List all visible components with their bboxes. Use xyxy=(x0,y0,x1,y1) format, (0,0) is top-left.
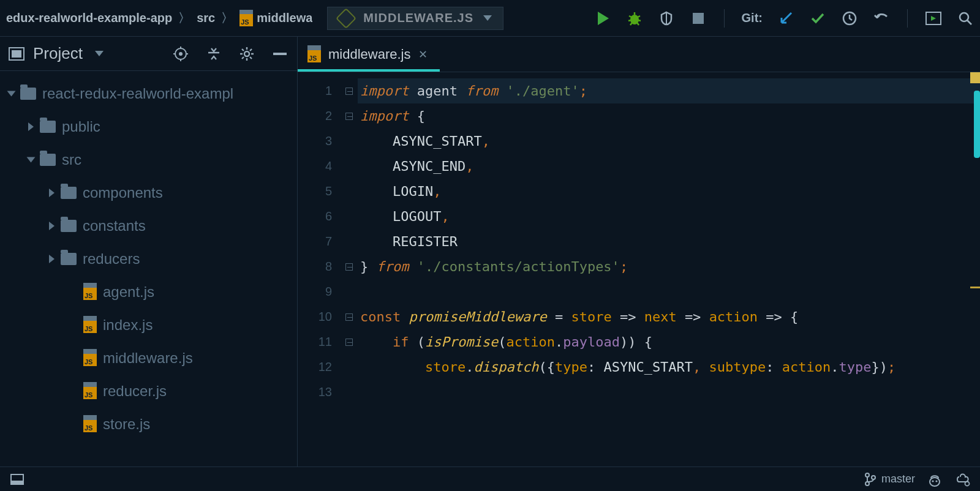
git-branch-widget[interactable]: master xyxy=(864,473,915,486)
chevron-right-icon[interactable] xyxy=(49,255,55,263)
chevron-down-icon[interactable] xyxy=(95,51,104,56)
fold-gutter[interactable] xyxy=(341,72,358,467)
tree-item[interactable]: constants xyxy=(4,209,297,242)
breadcrumb[interactable]: edux-realworld-example-app 〉 src 〉 JS mi… xyxy=(6,10,312,26)
fold-indicator[interactable] xyxy=(341,254,358,279)
code-line[interactable]: if (isPromise(action.payload)) { xyxy=(358,329,980,354)
analysis-warning-marker[interactable] xyxy=(970,72,980,83)
chevron-right-icon: 〉 xyxy=(219,10,236,26)
line-number[interactable]: 2 xyxy=(298,103,341,129)
fold-indicator[interactable] xyxy=(341,279,358,304)
warning-marker[interactable] xyxy=(970,287,980,288)
line-number[interactable]: 7 xyxy=(298,229,341,254)
undo-button[interactable] xyxy=(873,10,890,27)
inspector-widget[interactable] xyxy=(926,471,943,488)
chevron-down-icon[interactable] xyxy=(27,157,36,163)
code-line[interactable]: ASYNC_START, xyxy=(358,129,980,154)
project-header[interactable]: Project xyxy=(0,37,297,71)
collapse-all-button[interactable] xyxy=(205,45,222,62)
debug-button[interactable] xyxy=(626,10,643,27)
tree-item[interactable]: JSmiddleware.js xyxy=(4,342,297,375)
chevron-right-icon[interactable] xyxy=(28,122,34,131)
locate-file-button[interactable] xyxy=(172,45,189,62)
tree-item[interactable]: src xyxy=(4,143,297,176)
fold-indicator[interactable] xyxy=(341,129,358,154)
code-line[interactable]: ASYNC_END, xyxy=(358,154,980,179)
fold-indicator[interactable] xyxy=(341,329,358,354)
tree-item[interactable]: JSindex.js xyxy=(4,309,297,342)
svg-point-16 xyxy=(935,480,937,482)
tab-middleware-js[interactable]: JS middleware.js ✕ xyxy=(298,40,440,72)
project-tree[interactable]: react-redux-realworld-examplpublicsrccom… xyxy=(0,71,297,447)
code-line[interactable]: import { xyxy=(358,103,980,129)
run-dashboard-button[interactable] xyxy=(925,10,942,27)
code-line[interactable]: REGISTER xyxy=(358,229,980,254)
code-line[interactable]: const promiseMiddleware = store => next … xyxy=(358,304,980,329)
tree-item[interactable]: react-redux-realworld-exampl xyxy=(4,77,297,110)
line-number[interactable]: 4 xyxy=(298,154,341,179)
chevron-down-icon xyxy=(483,15,492,21)
tool-window-settings-button[interactable] xyxy=(238,45,255,62)
folder-icon xyxy=(20,88,36,100)
folder-icon xyxy=(61,220,77,232)
code-editor[interactable]: 12345678910111213 import agent from './a… xyxy=(298,72,980,467)
code-line[interactable]: } from './constants/actionTypes'; xyxy=(358,254,980,279)
fold-indicator[interactable] xyxy=(341,304,358,329)
tree-item[interactable]: JSagent.js xyxy=(4,275,297,309)
line-number-gutter[interactable]: 12345678910111213 xyxy=(298,72,341,467)
js-file-icon: JS xyxy=(83,386,97,399)
line-number[interactable]: 10 xyxy=(298,304,341,329)
fold-indicator[interactable] xyxy=(341,103,358,129)
svg-point-6 xyxy=(179,52,183,56)
coverage-button[interactable] xyxy=(658,10,675,27)
line-number[interactable]: 6 xyxy=(298,204,341,229)
hide-tool-window-button[interactable] xyxy=(271,45,288,62)
search-everywhere-button[interactable] xyxy=(957,10,974,27)
line-number[interactable]: 12 xyxy=(298,354,341,380)
close-icon[interactable]: ✕ xyxy=(418,48,428,61)
tree-item[interactable]: components xyxy=(4,176,297,209)
line-number[interactable]: 8 xyxy=(298,254,341,279)
nodejs-icon xyxy=(336,8,356,29)
code-line[interactable]: store.dispatch({type: ASYNC_START, subty… xyxy=(358,354,980,380)
line-number[interactable]: 1 xyxy=(298,78,341,103)
fold-indicator[interactable] xyxy=(341,380,358,405)
fold-indicator[interactable] xyxy=(341,179,358,204)
line-number[interactable]: 11 xyxy=(298,329,341,354)
code-content[interactable]: import agent from './agent';import { ASY… xyxy=(358,72,980,467)
run-configuration-selector[interactable]: MIDDLEWARE.JS xyxy=(327,7,503,30)
code-line[interactable] xyxy=(358,279,980,304)
tool-windows-quick-access-button[interactable] xyxy=(9,471,26,488)
tree-item[interactable]: reducers xyxy=(4,242,297,275)
fold-indicator[interactable] xyxy=(341,154,358,179)
run-button[interactable] xyxy=(594,10,611,27)
tree-item[interactable]: public xyxy=(4,110,297,143)
git-history-button[interactable] xyxy=(841,10,858,27)
breadcrumb-root[interactable]: edux-realworld-example-app xyxy=(6,11,172,25)
sync-settings-widget[interactable] xyxy=(954,471,971,488)
line-number[interactable]: 13 xyxy=(298,380,341,405)
chevron-down-icon[interactable] xyxy=(7,91,16,97)
code-line[interactable]: LOGIN, xyxy=(358,179,980,204)
code-line[interactable] xyxy=(358,380,980,405)
scrollbar-thumb[interactable] xyxy=(974,91,980,158)
breadcrumb-src[interactable]: src xyxy=(197,11,215,25)
chevron-right-icon[interactable] xyxy=(49,222,55,230)
code-line[interactable]: import agent from './agent'; xyxy=(358,78,980,103)
line-number[interactable]: 9 xyxy=(298,279,341,304)
tree-item[interactable]: JSstore.js xyxy=(4,408,297,441)
git-update-button[interactable] xyxy=(777,10,794,27)
fold-indicator[interactable] xyxy=(341,229,358,254)
line-number[interactable]: 3 xyxy=(298,129,341,154)
line-number[interactable]: 5 xyxy=(298,179,341,204)
breadcrumb-file[interactable]: middlewa xyxy=(257,11,312,25)
git-commit-button[interactable] xyxy=(809,10,826,27)
tree-item[interactable]: JSreducer.js xyxy=(4,375,297,408)
stop-button[interactable] xyxy=(690,10,707,27)
code-line[interactable]: LOGOUT, xyxy=(358,204,980,229)
chevron-right-icon[interactable] xyxy=(49,189,55,197)
fold-indicator[interactable] xyxy=(341,354,358,380)
fold-indicator[interactable] xyxy=(341,204,358,229)
fold-indicator[interactable] xyxy=(341,78,358,103)
error-stripe[interactable] xyxy=(970,72,980,467)
